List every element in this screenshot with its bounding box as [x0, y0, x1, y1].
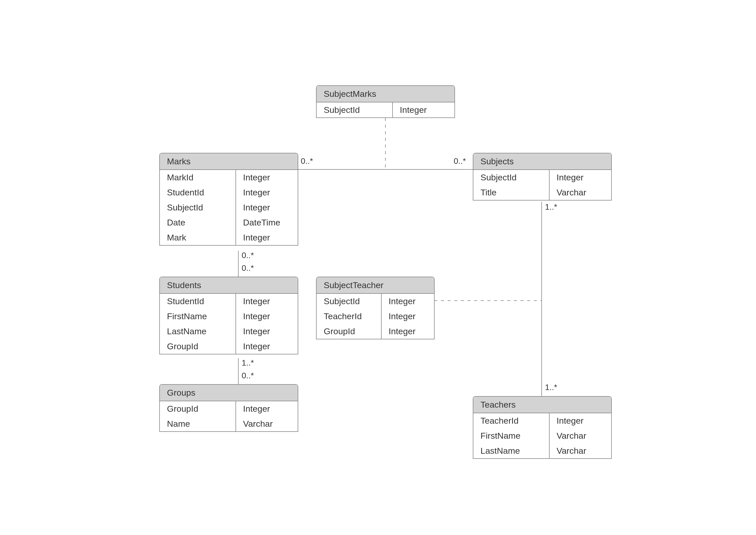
- table-row: LastName Varchar: [473, 443, 611, 458]
- field-name: LastName: [473, 443, 549, 458]
- table-row: MarkId Integer: [160, 170, 298, 185]
- field-name: FirstName: [160, 309, 236, 324]
- field-type: Integer: [236, 401, 298, 416]
- entity-title: Subjects: [473, 154, 611, 170]
- field-name: FirstName: [473, 428, 549, 443]
- field-name: GroupId: [160, 401, 236, 416]
- table-row: TeacherId Integer: [317, 309, 434, 324]
- table-row: TeacherId Integer: [473, 413, 611, 428]
- field-name: SubjectId: [160, 200, 236, 215]
- label-marks-subjects-left: 0..*: [301, 156, 313, 166]
- field-type: Integer: [381, 309, 434, 324]
- label-subjects-teachers-top: 1..*: [545, 202, 557, 212]
- field-name: MarkId: [160, 170, 236, 185]
- field-type: Integer: [236, 309, 298, 324]
- field-name: SubjectId: [317, 102, 393, 118]
- field-type: Varchar: [236, 416, 298, 431]
- entity-title: Students: [160, 277, 298, 294]
- field-name: StudentId: [160, 294, 236, 309]
- field-name: Date: [160, 215, 236, 230]
- table-row: Date DateTime: [160, 215, 298, 230]
- field-type: Integer: [236, 339, 298, 354]
- entity-subjects: Subjects SubjectId Integer Title Varchar: [473, 153, 612, 201]
- field-name: TeacherId: [473, 413, 549, 428]
- table-row: GroupId Integer: [160, 339, 298, 354]
- table-row: SubjectId Integer: [473, 170, 611, 185]
- entity-title: Marks: [160, 154, 298, 170]
- field-type: DateTime: [236, 215, 298, 230]
- table-row: SubjectId Integer: [317, 102, 454, 118]
- table-row: StudentId Integer: [160, 185, 298, 200]
- field-type: Integer: [393, 102, 454, 118]
- entity-teachers: Teachers TeacherId Integer FirstName Var…: [473, 396, 612, 459]
- label-marks-students-bot: 0..*: [242, 264, 254, 273]
- field-name: GroupId: [317, 324, 381, 339]
- table-row: SubjectId Integer: [160, 200, 298, 215]
- field-type: Integer: [236, 185, 298, 200]
- entity-title: Teachers: [473, 397, 611, 413]
- table-row: GroupId Integer: [317, 324, 434, 339]
- label-students-groups-bot: 0..*: [242, 371, 254, 380]
- label-students-groups-top: 1..*: [242, 358, 254, 368]
- label-subjects-teachers-bot: 1..*: [545, 383, 557, 392]
- field-name: Mark: [160, 230, 236, 245]
- label-marks-students-top: 0..*: [242, 251, 254, 260]
- field-type: Varchar: [549, 185, 611, 200]
- label-marks-subjects-right: 0..*: [454, 156, 466, 166]
- table-row: LastName Integer: [160, 324, 298, 339]
- entity-students: Students StudentId Integer FirstName Int…: [159, 277, 298, 354]
- field-name: TeacherId: [317, 309, 381, 324]
- field-name: Name: [160, 416, 236, 431]
- field-name: Title: [473, 185, 549, 200]
- field-name: StudentId: [160, 185, 236, 200]
- entity-title: SubjectTeacher: [317, 277, 434, 294]
- table-row: SubjectId Integer: [317, 294, 434, 309]
- field-type: Integer: [236, 230, 298, 245]
- field-type: Integer: [381, 294, 434, 309]
- er-diagram-canvas: 0..* 0..* 0..* 0..* 1..* 0..* 1..* 1..* …: [0, 0, 756, 535]
- table-row: FirstName Integer: [160, 309, 298, 324]
- field-type: Integer: [236, 200, 298, 215]
- field-type: Integer: [549, 170, 611, 185]
- field-type: Integer: [236, 170, 298, 185]
- table-row: FirstName Varchar: [473, 428, 611, 443]
- connector-lines: [0, 0, 756, 535]
- field-name: GroupId: [160, 339, 236, 354]
- field-type: Varchar: [549, 428, 611, 443]
- table-row: Name Varchar: [160, 416, 298, 431]
- table-row: Title Varchar: [473, 185, 611, 200]
- field-type: Integer: [236, 324, 298, 339]
- field-name: LastName: [160, 324, 236, 339]
- entity-title: Groups: [160, 385, 298, 401]
- entity-marks: Marks MarkId Integer StudentId Integer S…: [159, 153, 298, 245]
- table-row: StudentId Integer: [160, 294, 298, 309]
- field-name: SubjectId: [317, 294, 381, 309]
- field-type: Integer: [549, 413, 611, 428]
- field-type: Varchar: [549, 443, 611, 458]
- entity-subjectteacher: SubjectTeacher SubjectId Integer Teacher…: [316, 277, 435, 339]
- table-row: GroupId Integer: [160, 401, 298, 416]
- table-row: Mark Integer: [160, 230, 298, 245]
- field-type: Integer: [381, 324, 434, 339]
- entity-title: SubjectMarks: [317, 86, 454, 102]
- entity-groups: Groups GroupId Integer Name Varchar: [159, 384, 298, 432]
- entity-subjectmarks: SubjectMarks SubjectId Integer: [316, 85, 455, 118]
- field-type: Integer: [236, 294, 298, 309]
- field-name: SubjectId: [473, 170, 549, 185]
